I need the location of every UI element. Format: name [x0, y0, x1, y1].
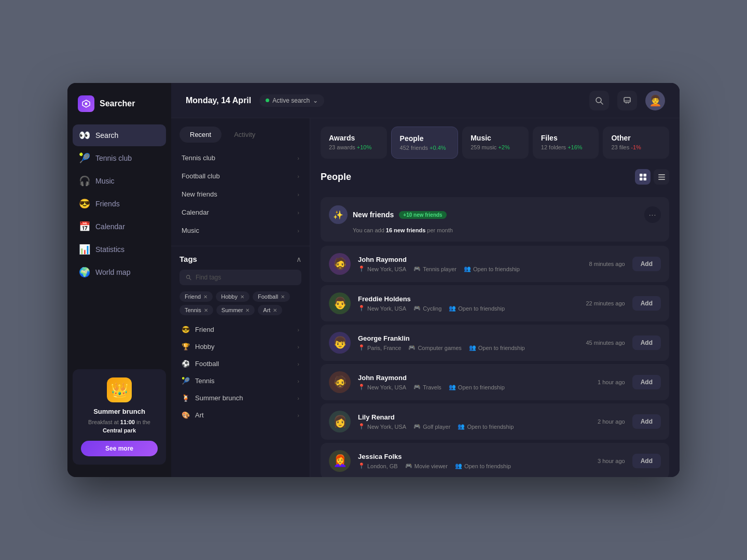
remove-tag-icon[interactable]: ✕ [273, 307, 277, 313]
sidebar-item-search[interactable]: 👀 Search [73, 124, 166, 146]
add-friend-button[interactable]: Add [632, 257, 661, 271]
sidebar-item-music[interactable]: 🎧 Music [73, 170, 166, 192]
remove-tag-icon[interactable]: ✕ [203, 294, 208, 300]
person-card-freddie-holdens: 👨 Freddie Holdens 📍 New York, USA 🎮 [321, 285, 669, 321]
time-ago: 22 minutes ago [586, 300, 625, 306]
tags-search-input[interactable] [196, 274, 295, 281]
interest-icon: 🎮 [413, 423, 421, 430]
chevron-right-icon: › [297, 412, 299, 418]
promo-desc: Breakfast at 11:00 in the Central park [81, 418, 158, 435]
statistics-nav-icon: 📊 [79, 244, 90, 255]
search-nav-icon: 👀 [79, 130, 90, 141]
world-nav-icon: 🌍 [79, 267, 90, 278]
list-item[interactable]: Music › [171, 221, 310, 240]
stat-card-people[interactable]: People 452 friends +0.4% [391, 127, 459, 159]
tag-chip-football[interactable]: Football ✕ [253, 291, 290, 302]
notifications-button[interactable] [617, 91, 637, 110]
remove-tag-icon[interactable]: ✕ [281, 294, 285, 300]
tag-list-item-tennis[interactable]: 🎾 Tennis › [179, 373, 301, 389]
sidebar-item-statistics[interactable]: 📊 Statistics [73, 239, 166, 260]
list-view-button[interactable] [654, 169, 669, 185]
tags-header: Tags ∧ [179, 255, 301, 263]
location: 📍 New York, USA [358, 265, 406, 272]
list-item[interactable]: Calendar › [171, 203, 310, 221]
location: 📍 London, GB [358, 463, 398, 469]
body-area: Recent Activity Tennis club › Football c… [171, 118, 680, 477]
active-search-label: Active search [272, 97, 310, 104]
remove-tag-icon[interactable]: ✕ [240, 294, 244, 300]
tag-chip-friend[interactable]: Friend ✕ [179, 291, 213, 302]
stat-card-other[interactable]: Other 23 files -1% [603, 127, 669, 159]
tag-list-item-friend[interactable]: 😎 Friend › [179, 321, 301, 338]
new-friends-label: New friends [353, 211, 394, 219]
tags-search-box[interactable] [179, 270, 301, 285]
grid-view-button[interactable] [635, 169, 651, 185]
add-friend-button[interactable]: Add [632, 414, 661, 429]
sidebar-item-calendar[interactable]: 📅 Calendar [73, 216, 166, 237]
chevron-right-icon: › [297, 209, 299, 216]
add-friend-button[interactable]: Add [632, 335, 661, 350]
location: 📍 New York, USA [358, 423, 406, 430]
add-friend-button[interactable]: Add [632, 296, 661, 311]
tag-list-item-football[interactable]: ⚽ Football › [179, 356, 301, 372]
friendship-status: 👥 Open to friendship [464, 265, 520, 272]
header-left: Monday, 14 April Active search ⌄ [186, 94, 324, 107]
stat-card-awards[interactable]: Awards 23 awards +10% [321, 127, 387, 159]
list-item[interactable]: New friends › [171, 185, 310, 203]
stat-sub: 23 files -1% [611, 144, 661, 150]
recent-item-label: Calendar [182, 208, 209, 216]
recent-list: Tennis club › Football club › New friend… [171, 143, 310, 246]
tag-chip-art[interactable]: Art ✕ [258, 305, 282, 315]
add-friend-button[interactable]: Add [632, 375, 661, 389]
sidebar-item-friends[interactable]: 😎 Friends [73, 193, 166, 215]
tag-list-item-hobby[interactable]: 🏆 Hobby › [179, 339, 301, 355]
person-card-lily-renard: 👩 Lily Renard 📍 New York, USA 🎮 [321, 403, 669, 440]
tag-chip-tennis[interactable]: Tennis ✕ [179, 305, 213, 315]
friend-emoji-icon: 😎 [182, 326, 190, 333]
chevron-right-icon: › [297, 173, 299, 179]
chevron-right-icon: › [297, 344, 299, 350]
tag-list-item-art[interactable]: 🎨 Art › [179, 407, 301, 423]
location-icon: 📍 [358, 384, 365, 390]
stat-card-files[interactable]: Files 12 folders +16% [533, 127, 599, 159]
tag-list-item-summer-brunch[interactable]: 🍹 Summer brunch › [179, 390, 301, 406]
remove-tag-icon[interactable]: ✕ [204, 307, 208, 313]
location: 📍 New York, USA [358, 305, 406, 312]
sidebar-item-tennis-club[interactable]: 🎾 Tennis club [73, 147, 166, 169]
recent-item-label: Tennis club [182, 154, 215, 162]
tag-chip-hobby[interactable]: Hobby ✕ [216, 291, 250, 302]
interest-icon: 🎮 [408, 344, 416, 351]
calendar-nav-icon: 📅 [79, 221, 90, 232]
tag-chip-summer[interactable]: Summer ✕ [216, 305, 255, 315]
active-search-badge[interactable]: Active search ⌄ [259, 94, 324, 107]
list-item[interactable]: Football club › [171, 167, 310, 185]
interest: 🎮 Movie viewer [405, 463, 448, 469]
tags-collapse-button[interactable]: ∧ [296, 255, 301, 263]
stat-name: Files [541, 134, 591, 142]
sidebar-item-world-label: World map [95, 268, 130, 276]
chevron-right-icon: › [297, 378, 299, 384]
interest: 🎮 Travels [413, 384, 441, 390]
svg-rect-4 [624, 97, 630, 102]
activity-tab[interactable]: Activity [224, 127, 266, 143]
add-friend-button[interactable]: Add [632, 454, 661, 468]
stat-card-music[interactable]: Music 259 music +2% [462, 127, 529, 159]
time-ago: 2 hour ago [598, 418, 625, 425]
friendship-status: 👥 Open to friendship [469, 344, 525, 351]
new-friends-more-button[interactable]: ··· [644, 206, 661, 223]
recent-tab[interactable]: Recent [179, 127, 222, 143]
promo-icon: 👑 [107, 377, 132, 402]
search-button[interactable] [589, 91, 609, 110]
search-icon [186, 274, 191, 281]
header: Monday, 14 April Active search ⌄ [171, 83, 680, 118]
sidebar-item-calendar-label: Calendar [95, 222, 125, 231]
time-ago: 3 hour ago [598, 458, 625, 464]
person-name: John Raymond [358, 374, 590, 382]
remove-tag-icon[interactable]: ✕ [245, 307, 250, 313]
avatar: 🧔 [329, 253, 351, 275]
user-avatar[interactable]: 🧑‍🦱 [645, 91, 665, 110]
list-item[interactable]: Tennis club › [171, 149, 310, 167]
see-more-button[interactable]: See more [81, 441, 158, 456]
avatar: 👩 [329, 411, 351, 432]
sidebar-item-world-map[interactable]: 🌍 World map [73, 261, 166, 283]
